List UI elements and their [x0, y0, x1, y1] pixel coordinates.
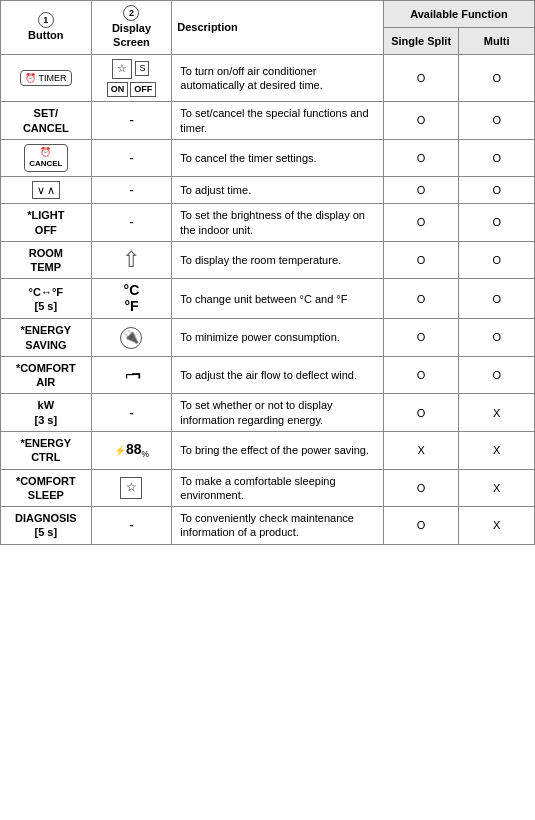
comfort-air-label: *COMFORTAIR [16, 362, 76, 388]
cf-display: °C °F [97, 283, 167, 314]
desc-cell: To cancel the timer settings. [172, 139, 384, 176]
table-row: *ENERGYSAVING 🔌 To minimize power consum… [1, 319, 535, 357]
multi-cell: O [459, 279, 535, 319]
button-cell: ROOMTEMP [1, 241, 92, 279]
multi-cell: O [459, 102, 535, 140]
button-cell: *COMFORTSLEEP [1, 469, 92, 507]
comfort-sleep-label: *COMFORTSLEEP [16, 475, 76, 501]
display-cell: - [91, 102, 172, 140]
display-cell: ⇧ [91, 241, 172, 279]
desc-cell: To make a comfortable sleeping environme… [172, 469, 384, 507]
up-arrow-icon: ⇧ [122, 247, 140, 272]
col-single-header: Single Split [383, 27, 459, 54]
col-available-header: Available Function [383, 1, 534, 28]
desc-cell: To set whether or not to display informa… [172, 394, 384, 432]
multi-cell: O [459, 241, 535, 279]
single-cell: O [383, 176, 459, 203]
display-cell: - [91, 139, 172, 176]
button-cell: ⏰ CANCEL [1, 139, 92, 176]
diagnosis-label: DIAGNOSIS[5 s] [15, 512, 77, 538]
multi-cell: O [459, 204, 535, 242]
table-row: *LIGHTOFF - To set the brightness of the… [1, 204, 535, 242]
arrow-buttons: ∨ ∧ [32, 181, 60, 199]
col-single-label: Single Split [391, 35, 451, 47]
table-row: °C↔°F[5 s] °C °F To change unit between … [1, 279, 535, 319]
display-cell: 🔌 [91, 319, 172, 357]
col-num-2: 2 [123, 5, 139, 21]
energy-ctrl-icon: ⚡88% [114, 445, 149, 456]
display-cell: ⌐¬ [91, 356, 172, 394]
down-chevron: ∨ [37, 183, 45, 197]
timer-icon: ⏰ TIMER [20, 70, 71, 87]
desc-cell: To turn on/off air conditioner automatic… [172, 54, 384, 102]
button-cell: *ENERGYCTRL [1, 432, 92, 470]
button-cell: ∨ ∧ [1, 176, 92, 203]
display-cell: ⚡88% [91, 432, 172, 470]
multi-cell: O [459, 54, 535, 102]
button-cell: ⏰ TIMER [1, 54, 92, 102]
button-cell: *COMFORTAIR [1, 356, 92, 394]
desc-cell: To adjust time. [172, 176, 384, 203]
multi-cell: X [459, 469, 535, 507]
col-desc-header: Description [172, 1, 384, 55]
display-cell: - [91, 507, 172, 545]
desc-cell: To set/cancel the special functions and … [172, 102, 384, 140]
button-cell: *LIGHTOFF [1, 204, 92, 242]
single-cell: O [383, 319, 459, 357]
multi-cell: O [459, 176, 535, 203]
button-cell: °C↔°F[5 s] [1, 279, 92, 319]
room-temp-label: ROOMTEMP [29, 247, 63, 273]
multi-cell: O [459, 139, 535, 176]
table-row: ⏰ CANCEL - To cancel the timer settings.… [1, 139, 535, 176]
button-cell: DIAGNOSIS[5 s] [1, 507, 92, 545]
multi-cell: X [459, 394, 535, 432]
desc-cell: To conveniently check maintenance inform… [172, 507, 384, 545]
multi-cell: O [459, 356, 535, 394]
energy-saving-label: *ENERGYSAVING [20, 324, 71, 350]
single-cell: O [383, 102, 459, 140]
desc-cell: To minimize power consumption. [172, 319, 384, 357]
desc-cell: To bring the effect of the power saving. [172, 432, 384, 470]
table-row: kW[3 s] - To set whether or not to displ… [1, 394, 535, 432]
display-cell: °C °F [91, 279, 172, 319]
off-btn: OFF [130, 82, 156, 98]
table-row: ⏰ TIMER ☆ S ON OFF To turn on/off air co… [1, 54, 535, 102]
col-desc-label: Description [177, 21, 238, 33]
single-cell: O [383, 394, 459, 432]
col-num-1: 1 [38, 12, 54, 28]
col-multi-header: Multi [459, 27, 535, 54]
energy-ctrl-label: *ENERGYCTRL [20, 437, 71, 463]
table-row: SET/CANCEL - To set/cancel the special f… [1, 102, 535, 140]
display-cell: - [91, 394, 172, 432]
table-row: *COMFORTAIR ⌐¬ To adjust the air flow to… [1, 356, 535, 394]
cancel-icon: ⏰ CANCEL [24, 144, 67, 172]
col-button-header: 1 Button [1, 1, 92, 55]
header-row-1: 1 Button 2 Display Screen Description Av… [1, 1, 535, 28]
desc-cell: To adjust the air flow to deflect wind. [172, 356, 384, 394]
button-cell: *ENERGYSAVING [1, 319, 92, 357]
comfort-air-icon: ⌐¬ [125, 366, 138, 383]
single-cell: O [383, 356, 459, 394]
display-cell: ☆ [91, 469, 172, 507]
display-cell: ☆ S ON OFF [91, 54, 172, 102]
col-multi-label: Multi [484, 35, 510, 47]
table-row: *COMFORTSLEEP ☆ To make a comfortable sl… [1, 469, 535, 507]
plug-icon: 🔌 [120, 327, 142, 349]
display-cell: - [91, 176, 172, 203]
kw-label: kW[3 s] [35, 399, 58, 425]
single-cell: O [383, 469, 459, 507]
light-off-label: *LIGHTOFF [27, 209, 64, 235]
up-chevron: ∧ [47, 183, 55, 197]
col-display-label: Display Screen [112, 22, 151, 48]
display-cell: - [91, 204, 172, 242]
sleep-icon: ☆ [120, 477, 142, 499]
desc-cell: To change unit between °C and °F [172, 279, 384, 319]
col-button-label: Button [28, 29, 63, 41]
table-row: ∨ ∧ - To adjust time. O O [1, 176, 535, 203]
s-box: S [135, 61, 149, 76]
col-available-label: Available Function [410, 8, 507, 20]
star-icon: ☆ [112, 59, 132, 79]
single-cell: O [383, 54, 459, 102]
single-cell: O [383, 241, 459, 279]
multi-cell: X [459, 432, 535, 470]
